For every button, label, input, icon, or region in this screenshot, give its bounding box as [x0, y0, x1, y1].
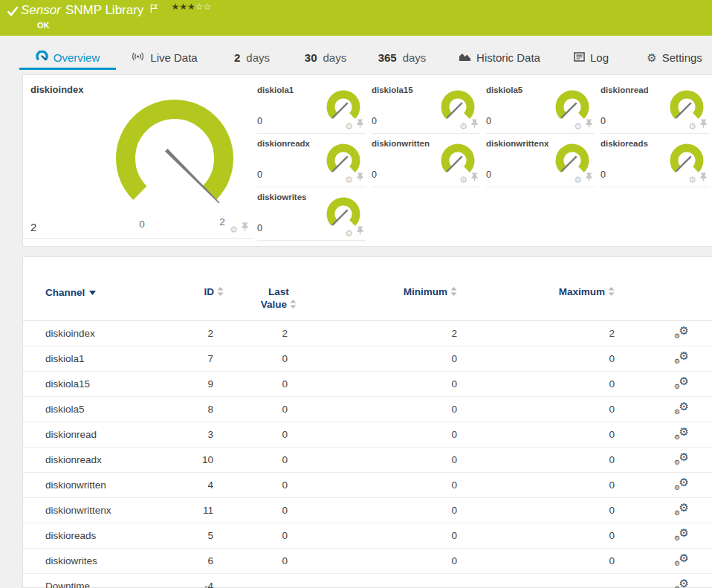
pin-icon[interactable] — [585, 117, 593, 131]
cell-last_value: 0 — [216, 397, 291, 422]
gauge-actions: ⚙ — [688, 171, 708, 184]
star-filled-icon[interactable]: ★ — [171, 1, 179, 12]
gear-icon[interactable]: ⚙ — [345, 122, 353, 131]
channel-settings-icon[interactable]: ⚙⚙ — [674, 427, 689, 440]
star-empty-icon[interactable]: ☆ — [195, 1, 204, 12]
gauge-panel-diskiola15: diskiola150⚙ — [372, 80, 480, 134]
tab-historic-data[interactable]: Historic Data — [461, 47, 538, 70]
gauge-scale-max: 2 — [219, 216, 225, 227]
sensor-type-label: Sensor — [21, 2, 61, 19]
gauge-value: 0 — [257, 223, 262, 233]
cell-minimum: 0 — [291, 523, 460, 549]
channel-settings-icon[interactable]: ⚙⚙ — [674, 554, 689, 566]
cell-minimum: 0 — [291, 346, 460, 372]
tab-2-days[interactable]: 2days — [234, 47, 270, 70]
pin-icon[interactable] — [470, 117, 479, 131]
tab-number: 2 — [234, 51, 240, 64]
star-filled-icon[interactable]: ★ — [179, 1, 187, 12]
gear-icon[interactable]: ⚙ — [230, 225, 238, 234]
pin-icon[interactable] — [699, 171, 708, 184]
gear-icon[interactable]: ⚙ — [688, 175, 696, 184]
channel-settings-icon[interactable]: ⚙⚙ — [674, 503, 689, 516]
column-header-id[interactable]: ID — [157, 285, 216, 321]
channel-row-Downtime: Downtime-4⚙⚙ — [23, 574, 712, 588]
cell-id: 7 — [157, 346, 216, 372]
gauge-arc — [331, 201, 356, 223]
gear-icon[interactable]: ⚙ — [574, 175, 582, 184]
gauge-arc — [560, 94, 585, 116]
gauge-actions: ⚙ — [345, 224, 364, 238]
gear-icon[interactable]: ⚙ — [459, 122, 467, 131]
gauge-arc — [674, 94, 699, 116]
channel-settings-icon[interactable]: ⚙⚙ — [674, 579, 689, 588]
column-header-maximum[interactable]: Maximum — [460, 285, 618, 321]
tab-label: Overview — [54, 51, 100, 64]
column-header-channel[interactable]: Channel — [23, 285, 157, 321]
column-header-last-value[interactable]: LastValue — [216, 285, 291, 321]
channel-settings-icon[interactable]: ⚙⚙ — [674, 529, 689, 541]
gear-icon[interactable]: ⚙ — [345, 175, 353, 184]
tab-30-days[interactable]: 30days — [305, 47, 346, 70]
gauge-actions: ⚙ — [459, 171, 479, 184]
cell-channel: Downtime — [23, 574, 157, 588]
channel-row-diskioindex: diskioindex2222⚙⚙ — [23, 321, 712, 346]
pin-icon[interactable] — [356, 117, 364, 131]
main-gauge-value: 2 — [30, 221, 36, 233]
cell-last_value: 0 — [216, 498, 291, 523]
gear-icon[interactable]: ⚙ — [459, 175, 467, 184]
tab-settings[interactable]: ⚙Settings — [647, 47, 702, 70]
star-empty-icon[interactable]: ☆ — [203, 1, 211, 12]
cell-maximum: 0 — [460, 549, 618, 574]
tab-live-data[interactable]: Live Data — [134, 47, 195, 70]
gauge-icon — [36, 51, 48, 64]
cell-channel: diskiola15 — [23, 372, 157, 397]
gauge-title: diskiowrites — [257, 193, 306, 201]
pin-icon[interactable] — [356, 224, 364, 238]
pin-icon[interactable] — [356, 171, 364, 184]
channel-settings-icon[interactable]: ⚙⚙ — [674, 453, 689, 465]
channel-settings-icon[interactable]: ⚙⚙ — [674, 402, 689, 415]
star-filled-icon[interactable]: ★ — [187, 1, 195, 12]
cell-maximum: 0 — [460, 397, 618, 422]
channel-settings-icon[interactable]: ⚙⚙ — [674, 478, 689, 491]
cell-minimum: 0 — [291, 397, 460, 422]
tab-log[interactable]: Log — [576, 47, 606, 70]
pin-icon[interactable] — [241, 221, 249, 234]
pin-icon[interactable] — [470, 171, 479, 184]
cell-actions: ⚙⚙ — [618, 574, 712, 588]
tab-365-days[interactable]: 365days — [381, 47, 424, 70]
gear-icon[interactable]: ⚙ — [345, 229, 353, 238]
gauge-title: diskiola5 — [486, 85, 522, 94]
cell-maximum: 0 — [460, 422, 618, 448]
gauge-panel-diskionreadx: diskionreadx0⚙ — [257, 134, 366, 187]
sensor-name: SNMP Library — [65, 2, 144, 19]
cell-id: 10 — [157, 448, 216, 473]
cell-minimum: 0 — [291, 549, 460, 574]
channel-table: ChannelIDLastValueMinimumMaximum diskioi… — [23, 285, 712, 588]
cell-maximum: 0 — [460, 448, 618, 473]
channel-settings-icon[interactable]: ⚙⚙ — [674, 352, 689, 364]
cell-id: 11 — [157, 498, 216, 523]
gauge-panel-diskionwritten: diskionwritten0⚙ — [372, 134, 480, 187]
gear-icon[interactable]: ⚙ — [574, 122, 582, 131]
cell-actions: ⚙⚙ — [618, 498, 712, 523]
column-header-minimum[interactable]: Minimum — [291, 285, 460, 321]
priority-stars[interactable]: ★★★☆☆ — [171, 1, 211, 12]
gauge-value: 0 — [486, 116, 491, 126]
gauge-panel-diskionread: diskionread0⚙ — [601, 80, 709, 134]
channel-settings-icon[interactable]: ⚙⚙ — [674, 377, 689, 390]
status-check-icon — [7, 6, 19, 19]
gauge-value: 0 — [486, 169, 491, 180]
gauge-actions: ⚙ — [345, 117, 364, 131]
gauge-value: 0 — [257, 116, 262, 126]
cell-last_value: 0 — [216, 473, 291, 498]
column-header-actions — [618, 285, 712, 321]
channel-settings-icon[interactable]: ⚙⚙ — [674, 326, 689, 339]
broadcast-icon — [131, 51, 145, 64]
pin-icon[interactable] — [585, 171, 593, 184]
tab-overview[interactable]: Overview — [19, 47, 116, 70]
gauge-value: 0 — [601, 169, 606, 180]
pin-icon[interactable] — [699, 117, 708, 131]
flag-icon[interactable] — [150, 3, 158, 16]
gear-icon[interactable]: ⚙ — [688, 122, 696, 131]
